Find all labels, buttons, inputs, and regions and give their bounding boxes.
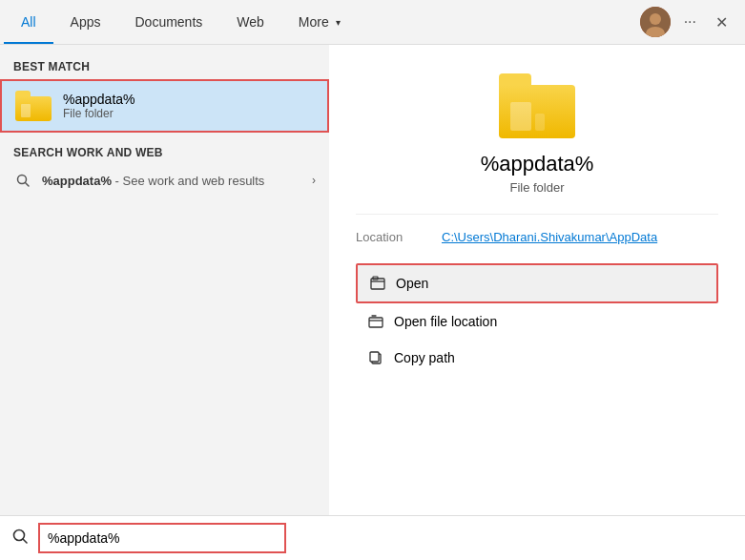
- tab-all[interactable]: All: [4, 0, 53, 44]
- tab-apps[interactable]: Apps: [53, 0, 118, 44]
- action-list: Open Open file location: [356, 263, 718, 376]
- detail-subtitle: File folder: [509, 180, 564, 195]
- open-icon: [369, 275, 386, 292]
- tab-web-label: Web: [237, 14, 264, 30]
- folder-icon-small: [15, 91, 52, 121]
- search-work-label: Search work and web: [0, 142, 329, 163]
- svg-line-11: [23, 539, 27, 543]
- tab-documents-label: Documents: [135, 14, 202, 30]
- tab-bar: All Apps Documents Web More ▾ ··· ✕: [0, 0, 745, 45]
- open-file-location-icon: [367, 313, 384, 330]
- best-match-title: %appdata%: [63, 92, 135, 107]
- left-panel: Best match %appdata% File folder Search …: [0, 45, 329, 515]
- detail-folder-icon: [499, 73, 575, 138]
- action-open-file-location[interactable]: Open file location: [356, 303, 718, 340]
- right-panel: %appdata% File folder Location C:\Users\…: [329, 45, 745, 515]
- close-icon: ✕: [715, 13, 728, 31]
- tab-more[interactable]: More ▾: [281, 0, 358, 44]
- search-input[interactable]: [38, 523, 286, 553]
- tab-more-label: More: [299, 14, 329, 30]
- web-search-text: %appdata% - See work and web results: [42, 174, 302, 188]
- web-search-icon: [13, 171, 32, 190]
- detail-info: Location C:\Users\Dharani.Shivakumar\App…: [356, 214, 718, 248]
- action-copy-path[interactable]: Copy path: [356, 340, 718, 376]
- tab-web[interactable]: Web: [219, 0, 281, 44]
- web-search-item[interactable]: %appdata% - See work and web results ›: [0, 163, 329, 197]
- tab-apps-label: Apps: [71, 14, 101, 30]
- search-bar: [0, 515, 745, 560]
- location-row: Location C:\Users\Dharani.Shivakumar\App…: [356, 226, 718, 248]
- main-content: Best match %appdata% File folder Search …: [0, 45, 745, 515]
- close-button[interactable]: ✕: [710, 10, 734, 35]
- web-search-query: %appdata%: [42, 174, 112, 188]
- more-options-button[interactable]: ···: [678, 10, 702, 34]
- tab-bar-right: ··· ✕: [640, 7, 741, 37]
- best-match-item[interactable]: %appdata% File folder: [0, 79, 329, 133]
- tab-documents[interactable]: Documents: [117, 0, 219, 44]
- action-open-label: Open: [396, 276, 428, 291]
- tab-all-label: All: [21, 14, 36, 30]
- copy-path-icon: [367, 349, 384, 366]
- action-copy-path-label: Copy path: [394, 350, 455, 365]
- svg-point-1: [650, 13, 661, 25]
- location-value[interactable]: C:\Users\Dharani.Shivakumar\AppData: [442, 230, 657, 244]
- more-dropdown-arrow: ▾: [336, 17, 341, 28]
- chevron-right-icon: ›: [312, 174, 316, 187]
- svg-rect-9: [370, 352, 379, 362]
- action-open-file-location-label: Open file location: [394, 314, 497, 329]
- best-match-text: %appdata% File folder: [63, 92, 135, 120]
- action-open[interactable]: Open: [356, 263, 718, 303]
- search-bar-icon: [11, 528, 29, 549]
- best-match-label: Best match: [0, 56, 329, 79]
- best-match-subtitle: File folder: [63, 107, 135, 120]
- web-search-suffix: - See work and web results: [112, 174, 264, 188]
- location-label: Location: [356, 230, 432, 244]
- svg-rect-5: [371, 279, 384, 289]
- svg-line-4: [26, 183, 30, 187]
- svg-rect-7: [369, 318, 383, 327]
- more-options-icon: ···: [684, 13, 696, 31]
- avatar[interactable]: [640, 7, 671, 37]
- detail-title: %appdata%: [481, 152, 594, 176]
